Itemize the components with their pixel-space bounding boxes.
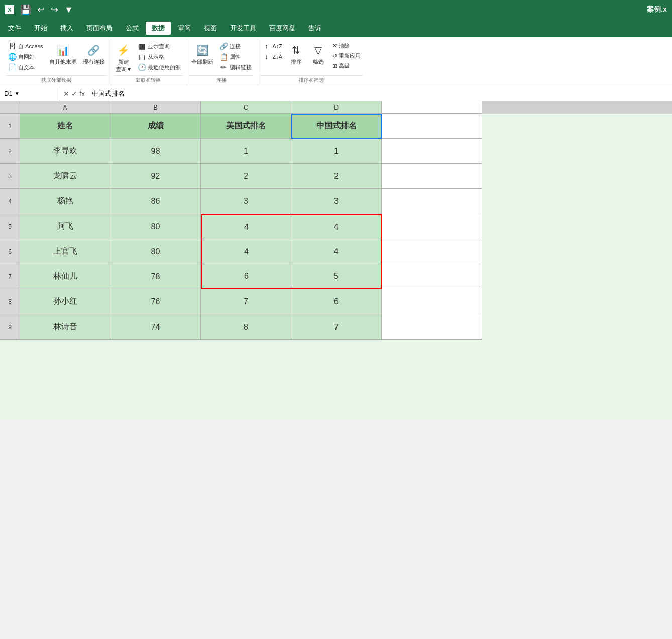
- btn-sort-asc[interactable]: ↑ A↑Z: [260, 41, 284, 51]
- save-icon[interactable]: 💾: [18, 4, 33, 15]
- menu-file[interactable]: 文件: [2, 22, 27, 35]
- cell-b6[interactable]: 80: [110, 239, 201, 264]
- btn-properties[interactable]: 📋 属性: [217, 52, 254, 62]
- undo-icon[interactable]: ↩: [35, 4, 47, 15]
- cell-e1[interactable]: [382, 114, 482, 139]
- insert-function-icon[interactable]: fx: [79, 90, 85, 98]
- cell-b1[interactable]: 成绩: [110, 114, 201, 139]
- menu-home[interactable]: 开始: [28, 22, 53, 35]
- cell-e4[interactable]: [382, 189, 482, 214]
- row-header-9[interactable]: 9: [0, 314, 20, 340]
- btn-access[interactable]: 🗄 自 Access: [6, 41, 45, 51]
- row-header-5[interactable]: 5: [0, 214, 20, 239]
- cell-e5[interactable]: [382, 214, 482, 239]
- btn-refresh-all[interactable]: 🔄 全部刷新: [189, 41, 215, 67]
- btn-sort-desc[interactable]: ↓ Z↓A: [260, 52, 284, 62]
- btn-recent-sources[interactable]: 🕐 最近使用的源: [136, 62, 183, 72]
- btn-edit-links[interactable]: ✏ 编辑链接: [217, 62, 254, 72]
- cell-e8[interactable]: [382, 289, 482, 314]
- btn-text[interactable]: 📄 自文本: [6, 62, 45, 72]
- cell-a7[interactable]: 林仙儿: [20, 264, 110, 289]
- cell-b4[interactable]: 86: [110, 189, 201, 214]
- dropdown-icon[interactable]: ▼: [15, 91, 20, 96]
- row-header-2[interactable]: 2: [0, 139, 20, 164]
- cell-d7[interactable]: 5: [291, 264, 382, 289]
- btn-connection[interactable]: 🔗 连接: [217, 41, 254, 51]
- cell-e7[interactable]: [382, 264, 482, 289]
- cell-d9[interactable]: 7: [291, 314, 382, 340]
- cell-reference[interactable]: D1 ▼: [0, 86, 60, 101]
- confirm-formula-icon[interactable]: ✓: [71, 90, 77, 98]
- btn-from-table[interactable]: ▤ 从表格: [136, 52, 183, 62]
- cell-d8[interactable]: 6: [291, 289, 382, 314]
- cell-b8[interactable]: 76: [110, 289, 201, 314]
- cell-c7[interactable]: 6: [201, 264, 291, 289]
- cell-d6[interactable]: 4: [291, 239, 382, 264]
- btn-new-query[interactable]: ⚡ 新建 查询▼: [114, 41, 134, 74]
- cell-a1[interactable]: 姓名: [20, 114, 110, 139]
- col-header-c[interactable]: C: [201, 101, 291, 114]
- redo-icon[interactable]: ↪: [49, 4, 60, 15]
- cell-d2[interactable]: 1: [291, 139, 382, 164]
- btn-other-sources[interactable]: 📊 自其他来源: [47, 41, 79, 67]
- cell-c4[interactable]: 3: [201, 189, 291, 214]
- cell-e6[interactable]: [382, 239, 482, 264]
- cell-b2[interactable]: 98: [110, 139, 201, 164]
- cell-a4[interactable]: 杨艳: [20, 189, 110, 214]
- menu-review[interactable]: 审阅: [172, 22, 197, 35]
- cell-b7[interactable]: 78: [110, 264, 201, 289]
- menu-view[interactable]: 视图: [198, 22, 223, 35]
- cell-d1[interactable]: 中国式排名: [291, 114, 382, 139]
- btn-existing-connections[interactable]: 🔗 现有连接: [81, 41, 107, 67]
- menu-help[interactable]: 告诉: [302, 22, 327, 35]
- cell-e2[interactable]: [382, 139, 482, 164]
- cell-c8[interactable]: 7: [201, 289, 291, 314]
- cell-b5[interactable]: 80: [110, 214, 201, 239]
- cell-d5[interactable]: 4: [291, 214, 382, 239]
- col-header-a[interactable]: A: [20, 101, 110, 114]
- row-header-1[interactable]: 1: [0, 114, 20, 139]
- cell-a3[interactable]: 龙啸云: [20, 164, 110, 189]
- col-header-e[interactable]: [382, 101, 482, 114]
- row-header-3[interactable]: 3: [0, 164, 20, 189]
- cell-b3[interactable]: 92: [110, 164, 201, 189]
- btn-advanced[interactable]: ⊞ 高级: [330, 61, 363, 71]
- cell-c3[interactable]: 2: [201, 164, 291, 189]
- cell-d4[interactable]: 3: [291, 189, 382, 214]
- btn-clear[interactable]: ✕ 清除: [330, 41, 363, 51]
- cell-c5[interactable]: 4: [201, 214, 291, 239]
- row-header-7[interactable]: 7: [0, 264, 20, 289]
- cell-a5[interactable]: 阿飞: [20, 214, 110, 239]
- menu-insert[interactable]: 插入: [54, 22, 79, 35]
- col-header-d[interactable]: D: [291, 101, 382, 114]
- cell-a8[interactable]: 孙小红: [20, 289, 110, 314]
- cell-a2[interactable]: 李寻欢: [20, 139, 110, 164]
- btn-filter[interactable]: ▽ 筛选: [308, 41, 328, 67]
- cell-a6[interactable]: 上官飞: [20, 239, 110, 264]
- btn-sort[interactable]: ⇅ 排序: [286, 41, 306, 67]
- cell-c9[interactable]: 8: [201, 314, 291, 340]
- formula-content[interactable]: 中国式排名: [88, 89, 672, 98]
- cell-c2[interactable]: 1: [201, 139, 291, 164]
- cell-e3[interactable]: [382, 164, 482, 189]
- menu-baidu[interactable]: 百度网盘: [263, 22, 301, 35]
- menu-layout[interactable]: 页面布局: [80, 22, 119, 35]
- col-header-b[interactable]: B: [110, 101, 201, 114]
- cell-c6[interactable]: 4: [201, 239, 291, 264]
- btn-reapply[interactable]: ↺ 重新应用: [330, 51, 363, 61]
- cell-e9[interactable]: [382, 314, 482, 340]
- cell-a9[interactable]: 林诗音: [20, 314, 110, 340]
- menu-data[interactable]: 数据: [146, 22, 171, 35]
- menu-developer[interactable]: 开发工具: [224, 22, 262, 35]
- btn-web[interactable]: 🌐 自网站: [6, 52, 45, 62]
- btn-show-query[interactable]: ▦ 显示查询: [136, 41, 183, 51]
- cell-b9[interactable]: 74: [110, 314, 201, 340]
- cell-c1[interactable]: 美国式排名: [201, 114, 291, 139]
- row-header-8[interactable]: 8: [0, 289, 20, 314]
- row-header-6[interactable]: 6: [0, 239, 20, 264]
- row-header-4[interactable]: 4: [0, 189, 20, 214]
- more-tools-icon[interactable]: ▼: [62, 5, 75, 15]
- cancel-formula-icon[interactable]: ✕: [63, 90, 69, 98]
- menu-formula[interactable]: 公式: [120, 22, 145, 35]
- cell-d3[interactable]: 2: [291, 164, 382, 189]
